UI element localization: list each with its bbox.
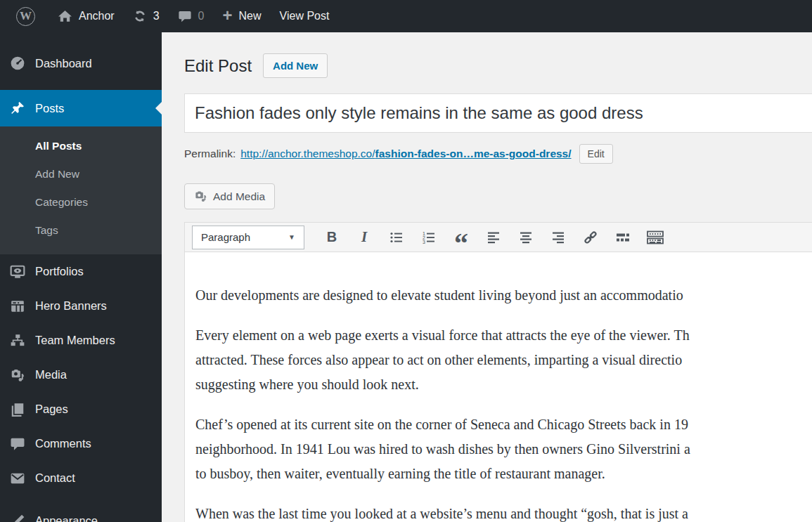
pushpin-icon	[10, 100, 25, 116]
paragraph-line: suggesting where you should look next.	[195, 372, 812, 397]
wordpress-logo-icon: W	[16, 7, 35, 26]
permalink-row: Permalink: http://anchor.themeshop.co/fa…	[184, 144, 812, 164]
keyboard-icon	[646, 229, 664, 246]
post-title-input[interactable]	[184, 93, 812, 133]
permalink-label: Permalink:	[184, 148, 236, 160]
paragraph-line: When was the last time you looked at a w…	[195, 502, 812, 522]
sidebar-item-dashboard[interactable]: Dashboard	[0, 45, 162, 81]
add-new-post-button[interactable]: Add New	[263, 53, 328, 78]
sidebar-item-hero-banners[interactable]: Hero Banners	[0, 289, 162, 323]
site-name-link[interactable]: Anchor	[49, 0, 124, 32]
edit-permalink-button[interactable]: Edit	[579, 144, 613, 164]
portfolio-eye-screen-icon	[10, 264, 25, 280]
sidebar-item-label: Comments	[35, 437, 91, 450]
wordpress-menu-button[interactable]: W	[7, 0, 44, 32]
view-post-link[interactable]: View Post	[271, 0, 339, 32]
page-title: Edit Post	[184, 56, 252, 76]
org-chart-icon	[10, 333, 25, 348]
post-paragraph: Chef’s opened at its current site on the…	[195, 412, 812, 486]
paragraph-line: attracted. These forces also appear to a…	[195, 348, 812, 372]
post-paragraph: Our developments are designed to elevate…	[195, 283, 812, 308]
submenu-item-tags[interactable]: Tags	[0, 216, 162, 244]
insert-link-button[interactable]	[576, 226, 605, 249]
align-left-button[interactable]	[479, 226, 508, 249]
sidebar-item-posts[interactable]: Posts	[0, 90, 162, 126]
comments-bubble-icon	[10, 436, 25, 452]
permalink-url-base: http://anchor.themeshop.co/	[240, 148, 375, 159]
bold-button[interactable]: B	[317, 226, 347, 249]
sidebar-item-label: Team Members	[35, 334, 115, 347]
sidebar-item-portfolios[interactable]: Portfolios	[0, 254, 162, 289]
numbered-list-button[interactable]: 1 2 3	[414, 226, 444, 249]
view-post-label: View Post	[280, 10, 330, 22]
toolbar-toggle-button[interactable]	[640, 226, 670, 249]
paragraph-line: Every element on a web page exerts a vis…	[195, 323, 812, 348]
sidebar-item-contact[interactable]: Contact	[0, 461, 162, 495]
bullet-list-icon	[388, 229, 405, 246]
media-camera-note-icon	[10, 367, 25, 383]
paragraph-line: Chef’s opened at its current site on the…	[195, 412, 812, 437]
add-media-icon	[194, 190, 207, 203]
add-media-label: Add Media	[213, 190, 265, 203]
page-header: Edit Post Add New	[184, 53, 812, 78]
sidebar-item-label: Media	[35, 368, 67, 381]
blockquote-button[interactable]: “	[446, 226, 476, 249]
new-label: New	[239, 10, 262, 22]
home-icon	[58, 9, 72, 24]
align-center-button[interactable]	[511, 226, 541, 249]
insert-more-tag-button[interactable]	[608, 226, 638, 249]
admin-sidebar: Dashboard Posts All Posts Add New Catego…	[0, 32, 162, 522]
align-right-icon	[550, 229, 567, 246]
submenu-item-categories[interactable]: Categories	[0, 188, 162, 216]
updates-link[interactable]: 3	[124, 0, 169, 32]
sidebar-item-label: Hero Banners	[35, 299, 107, 313]
comment-bubble-icon	[178, 9, 192, 23]
permalink-url-slug: fashion-fades-on…me-as-good-dress/	[375, 148, 572, 159]
editor-content-area[interactable]: Our developments are designed to elevate…	[185, 252, 812, 522]
comments-link[interactable]: 0	[169, 0, 214, 32]
paragraph-format-dropdown[interactable]: Paragraph ▼	[192, 226, 304, 249]
appearance-brush-icon	[10, 514, 25, 522]
dashboard-gauge-icon	[10, 56, 25, 71]
sidebar-item-media[interactable]: Media	[0, 358, 162, 392]
sidebar-item-label: Dashboard	[35, 57, 92, 70]
post-editor: Paragraph ▼ B I 1 2 3 “	[184, 222, 812, 522]
sidebar-item-comments[interactable]: Comments	[0, 426, 162, 461]
new-content-button[interactable]: + New	[214, 0, 271, 32]
paragraph-format-value: Paragraph	[201, 231, 250, 243]
table-grid-icon	[10, 299, 25, 314]
align-left-icon	[485, 229, 502, 246]
comments-count: 0	[198, 10, 205, 22]
paragraph-line: neighborhood. In 1941 Lou was hired to w…	[195, 437, 812, 462]
italic-button[interactable]: I	[349, 226, 379, 249]
svg-text:3: 3	[423, 240, 425, 244]
main-content: Edit Post Add New Permalink: http://anch…	[162, 32, 812, 522]
add-media-button[interactable]: Add Media	[184, 183, 275, 209]
sidebar-item-label: Appearance	[35, 514, 98, 522]
submenu-item-add-new[interactable]: Add New	[0, 160, 162, 188]
submenu-item-all-posts[interactable]: All Posts	[0, 132, 162, 160]
align-right-button[interactable]	[543, 226, 573, 249]
chevron-down-icon: ▼	[288, 233, 295, 241]
updates-count: 3	[153, 10, 160, 22]
link-chain-icon	[582, 229, 599, 246]
editor-toolbar: Paragraph ▼ B I 1 2 3 “	[185, 223, 812, 252]
sidebar-item-team-members[interactable]: Team Members	[0, 323, 162, 358]
sidebar-item-label: Portfolios	[35, 265, 84, 278]
align-center-icon	[517, 229, 534, 246]
permalink-url-link[interactable]: http://anchor.themeshop.co/fashion-fades…	[240, 148, 571, 160]
sidebar-item-label: Contact	[35, 471, 75, 485]
more-tag-icon	[614, 229, 631, 246]
sidebar-item-pages[interactable]: Pages	[0, 392, 162, 426]
updates-icon	[133, 9, 147, 23]
numbered-list-icon: 1 2 3	[420, 229, 437, 246]
active-menu-notch	[155, 102, 162, 115]
admin-bar: W Anchor 3 0 + New V	[0, 0, 812, 32]
pages-icon	[10, 402, 25, 417]
media-buttons-row: Add Media	[184, 183, 812, 209]
paragraph-line: Our developments are designed to elevate…	[195, 283, 812, 308]
sidebar-item-label: Posts	[35, 102, 64, 115]
sidebar-item-appearance[interactable]: Appearance	[0, 504, 162, 522]
bullet-list-button[interactable]	[382, 226, 411, 249]
site-name-label: Anchor	[79, 10, 115, 22]
